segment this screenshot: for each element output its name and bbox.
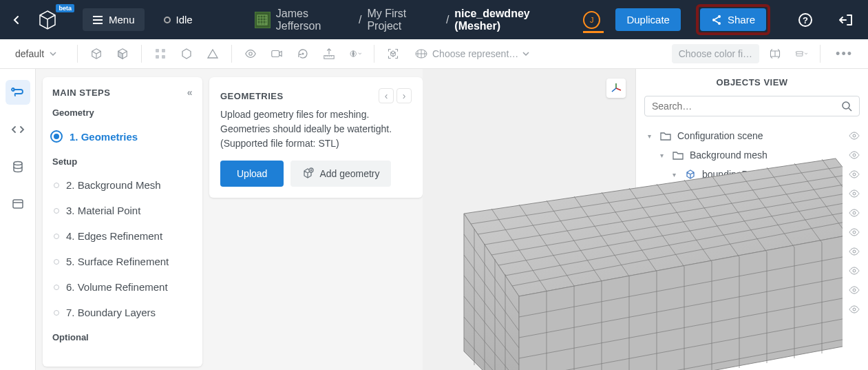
svg-line-83	[616, 88, 621, 90]
visibility-icon[interactable]	[849, 247, 860, 256]
section-geometry: Geometry	[52, 107, 193, 118]
visibility-icon[interactable]	[849, 305, 860, 314]
svg-point-88	[853, 154, 856, 156]
section-setup: Setup	[52, 156, 193, 167]
svg-point-25	[12, 88, 14, 91]
back-button[interactable]	[8, 11, 25, 29]
step-material-point[interactable]: 3. Material Point	[52, 198, 193, 223]
mesh-wireframe	[423, 69, 843, 370]
svg-rect-14	[162, 55, 165, 59]
step-surface-refinement[interactable]: 5. Surface Refinement	[52, 249, 193, 274]
geom-prev-button[interactable]: ‹	[379, 88, 394, 103]
tb-split-h-icon[interactable]	[765, 43, 785, 64]
svg-point-90	[853, 173, 856, 176]
duplicate-button[interactable]: Duplicate	[615, 8, 681, 31]
svg-point-93	[853, 192, 856, 195]
app-logo[interactable]: beta	[36, 8, 59, 32]
hamburger-icon	[92, 15, 103, 25]
visibility-icon[interactable]	[849, 228, 860, 236]
svg-point-108	[853, 289, 856, 291]
svg-line-7	[714, 17, 718, 19]
svg-point-96	[853, 212, 856, 214]
breadcrumb-user[interactable]: James Jefferson	[276, 8, 353, 32]
geometries-title: GEOMETRIES	[220, 91, 284, 101]
axis-widget[interactable]	[606, 79, 626, 98]
tb-eye-icon[interactable]	[240, 43, 261, 64]
step-background-mesh[interactable]: 2. Background Mesh	[52, 172, 193, 198]
status-chip: Idle	[164, 14, 193, 25]
menu-button[interactable]: Menu	[83, 8, 145, 31]
visibility-icon[interactable]	[849, 170, 860, 178]
visibility-icon[interactable]	[849, 267, 860, 275]
tb-cube-shaded-icon[interactable]	[112, 43, 133, 64]
svg-point-105	[853, 269, 856, 272]
main-steps-panel: MAIN STEPS « Geometry 1. Geometries Setu…	[43, 77, 202, 367]
svg-line-86	[849, 108, 851, 111]
logout-button[interactable]	[834, 8, 860, 32]
tb-cube-outline-icon[interactable]	[86, 43, 107, 64]
step-edges-refinement[interactable]: 4. Edges Refinement	[52, 223, 193, 249]
tb-fit-view-icon[interactable]	[383, 43, 403, 64]
tb-grid4-icon[interactable]	[150, 43, 171, 64]
avatar[interactable]: J	[583, 11, 600, 29]
share-icon	[711, 14, 722, 25]
rail-workflow-icon[interactable]	[6, 80, 30, 105]
tb-camera-icon[interactable]	[266, 43, 287, 64]
tb-ruler-icon[interactable]	[319, 43, 339, 64]
visibility-icon[interactable]	[849, 189, 860, 198]
viewport[interactable]	[423, 69, 635, 370]
svg-point-17	[302, 53, 304, 55]
tb-refresh-icon[interactable]	[293, 43, 313, 64]
representation-dropdown[interactable]: Choose represent…	[409, 45, 535, 62]
step-volume-refinement[interactable]: 6. Volume Refinement	[52, 274, 193, 300]
svg-line-84	[612, 88, 616, 92]
svg-point-99	[853, 231, 856, 234]
rail-window-icon[interactable]	[6, 192, 30, 216]
toolbar: default Choose represent… Choose color f…	[0, 39, 868, 69]
colorfield-dropdown[interactable]: Choose color fi…	[672, 44, 759, 63]
left-rail	[0, 69, 36, 370]
breadcrumb-project[interactable]: My First Project	[367, 8, 440, 32]
chevron-down-icon	[50, 52, 56, 56]
geometries-card: GEOMETRIES ‹ › Upload geometry files for…	[209, 77, 423, 198]
visibility-icon[interactable]	[849, 209, 860, 217]
tb-hex-icon[interactable]	[176, 43, 197, 64]
svg-rect-12	[162, 49, 165, 52]
svg-point-102	[853, 250, 856, 253]
step-boundary-layers[interactable]: 7. Boundary Layers	[52, 300, 193, 325]
avatar-underline	[583, 31, 604, 33]
tb-triangle-icon[interactable]	[202, 43, 223, 64]
tb-split-v-dropdown[interactable]	[791, 43, 812, 64]
help-button[interactable]: ?	[792, 7, 818, 33]
svg-text:?: ?	[803, 15, 808, 25]
add-geometry-button[interactable]: Add geometry	[290, 161, 390, 187]
geom-next-button[interactable]: ›	[396, 88, 412, 103]
collapse-steps-button[interactable]: «	[187, 87, 193, 98]
search-icon	[841, 101, 852, 112]
svg-line-8	[714, 21, 718, 23]
menu-label: Menu	[109, 14, 135, 25]
status-dot-icon	[164, 17, 171, 23]
share-button[interactable]: Share	[700, 8, 766, 31]
upload-button[interactable]: Upload	[220, 161, 284, 187]
visibility-icon[interactable]	[849, 132, 860, 140]
svg-rect-27	[13, 200, 23, 208]
step-geometries[interactable]: 1. Geometries	[52, 123, 193, 150]
visibility-icon[interactable]	[849, 151, 860, 159]
breadcrumb-item[interactable]: nice_dewdney (Mesher)	[454, 8, 573, 32]
tb-compass-dropdown[interactable]	[345, 43, 366, 64]
main-steps-title: MAIN STEPS	[52, 88, 110, 98]
svg-point-113	[853, 308, 856, 311]
rail-storage-icon[interactable]	[6, 154, 30, 179]
active-step-radio-icon	[50, 130, 63, 143]
grid-icon	[414, 48, 428, 59]
section-optional: Optional	[52, 332, 193, 342]
svg-rect-18	[324, 56, 334, 59]
rail-code-icon[interactable]	[6, 117, 30, 142]
avatar-initial: J	[590, 16, 594, 24]
visibility-icon[interactable]	[849, 286, 860, 294]
tb-more-button[interactable]: •••	[829, 43, 860, 65]
view-preset-dropdown[interactable]: default	[8, 45, 69, 62]
svg-point-85	[843, 102, 849, 109]
svg-rect-11	[156, 49, 159, 52]
